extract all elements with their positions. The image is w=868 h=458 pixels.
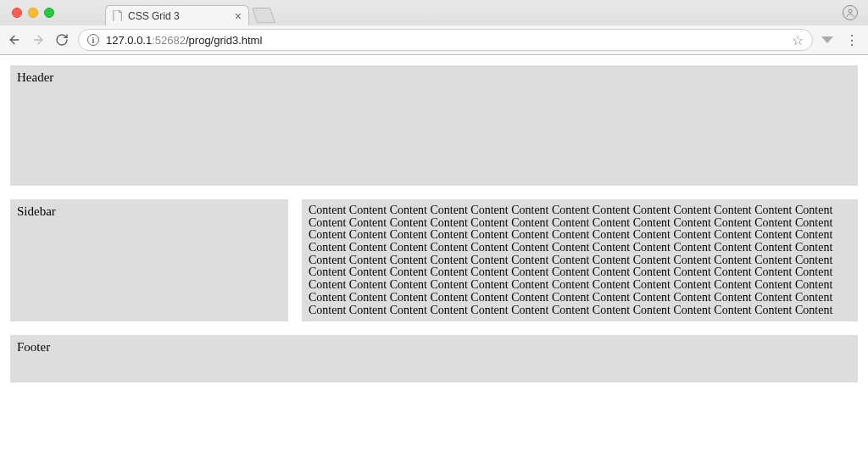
url-text: 127.0.0.1:52682/prog/grid3.html [106, 34, 262, 47]
svg-point-0 [849, 9, 852, 13]
sidebar-text: Sidebar [17, 204, 56, 218]
window-minimize-button[interactable] [28, 8, 38, 18]
forward-button[interactable] [31, 32, 46, 47]
page-viewport: Header Sidebar Content Content Content C… [0, 55, 868, 383]
browser-chrome: CSS Grid 3 × i 127.0.0.1:52682/prog/grid… [0, 0, 868, 55]
url-path: /prog/grid3.html [186, 34, 262, 47]
window-maximize-button[interactable] [44, 8, 54, 18]
grid-content: Content Content Content Content Content … [302, 199, 858, 321]
profile-icon[interactable] [843, 5, 858, 20]
header-text: Header [17, 70, 53, 84]
back-button[interactable] [7, 32, 22, 47]
browser-toolbar: i 127.0.0.1:52682/prog/grid3.html ☆ ⋮ [0, 25, 868, 54]
reload-button[interactable] [54, 32, 70, 47]
tab-title: CSS Grid 3 [128, 10, 230, 22]
address-bar[interactable]: i 127.0.0.1:52682/prog/grid3.html ☆ [78, 29, 813, 51]
bookmark-star-icon[interactable]: ☆ [792, 32, 804, 48]
content-text: Content Content Content Content Content … [309, 204, 832, 316]
browser-tab[interactable]: CSS Grid 3 × [105, 5, 249, 25]
grid-footer: Footer [10, 335, 858, 383]
css-grid-container: Header Sidebar Content Content Content C… [10, 65, 858, 383]
tab-bar: CSS Grid 3 × [0, 0, 868, 25]
tab-close-icon[interactable]: × [235, 10, 242, 22]
menu-button[interactable]: ⋮ [845, 32, 858, 48]
window-close-button[interactable] [12, 8, 22, 18]
url-port: :52682 [152, 34, 186, 47]
grid-sidebar: Sidebar [10, 199, 288, 321]
url-host: 127.0.0.1 [106, 34, 152, 47]
new-tab-button[interactable] [252, 8, 275, 23]
site-info-icon[interactable]: i [87, 34, 99, 46]
traffic-lights [12, 8, 54, 18]
chevron-down-icon[interactable] [821, 36, 833, 43]
grid-header: Header [10, 65, 858, 186]
toolbar-right: ⋮ [821, 32, 861, 48]
file-icon [113, 10, 123, 22]
footer-text: Footer [17, 340, 50, 354]
